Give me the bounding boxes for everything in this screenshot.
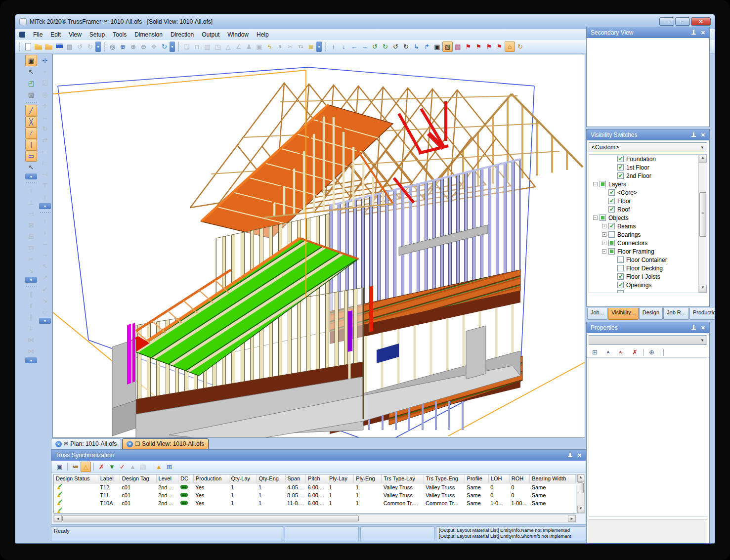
column-label[interactable]: Label — [98, 474, 120, 483]
open-file-icon[interactable] — [43, 42, 54, 52]
rotate-view-icon[interactable]: ↻ — [515, 42, 525, 52]
column-level[interactable]: Level — [156, 474, 178, 483]
toolbar-gripper[interactable] — [103, 42, 106, 52]
corner-view-alt-icon[interactable]: ↱ — [422, 42, 432, 52]
tree-item--core-[interactable]: <Core> — [589, 188, 707, 197]
view-tab-plan[interactable]: x✉Plan: 1010-All.ofs — [51, 438, 121, 449]
snapshot-icon[interactable]: ▣ — [432, 42, 442, 52]
tree-item-floor[interactable]: Floor — [589, 197, 707, 205]
new-file-icon[interactable] — [23, 42, 33, 52]
tree-expander[interactable]: + — [602, 224, 606, 228]
orbit-ccw-icon[interactable]: ↺ — [390, 42, 401, 52]
secondary-view-content[interactable] — [587, 38, 709, 127]
toolbar-gripper[interactable] — [324, 42, 327, 52]
tree-item-layers[interactable]: −Layers — [589, 180, 707, 188]
menu-help[interactable]: Help — [253, 30, 273, 39]
column-production[interactable]: Production — [193, 474, 229, 483]
tree-expander[interactable]: + — [602, 241, 606, 245]
rotate-grid-right-icon[interactable]: ↻ — [380, 42, 390, 52]
material-book-icon[interactable]: ▤ — [453, 42, 463, 52]
toolbar-overflow[interactable]: ▼ — [39, 318, 51, 324]
table-row[interactable]: ▲✓T11c012nd ...Yes118-05...6.00...11Vall… — [54, 491, 576, 499]
tree-checkbox[interactable] — [600, 215, 606, 221]
zoom-in-icon[interactable]: ⊕ — [128, 42, 138, 52]
flag-tool-2-icon[interactable]: ⚑ — [473, 42, 484, 52]
column-profile[interactable]: Profile — [465, 474, 488, 483]
menu-view[interactable]: View — [65, 30, 86, 39]
flag-tool-1-icon[interactable]: ⚑ — [463, 42, 473, 52]
sync-down-icon[interactable]: ▼ — [107, 462, 117, 472]
draw-node-rect-icon[interactable]: ▭ — [25, 150, 37, 162]
zoom-extents-icon[interactable]: ⊕ — [118, 42, 128, 52]
pin-icon[interactable] — [567, 452, 572, 458]
tree-checkbox[interactable] — [617, 282, 624, 288]
tree-expander[interactable]: − — [593, 182, 598, 186]
table-row[interactable]: ▲✓ — [54, 507, 576, 514]
tree-checkbox[interactable] — [608, 198, 615, 204]
tree-expander[interactable]: − — [602, 249, 606, 254]
column-span[interactable]: Span — [285, 474, 305, 483]
tree-checkbox[interactable] — [617, 172, 624, 179]
tree-scrollbar[interactable]: ▲ ▼ — [698, 155, 707, 293]
toolbar-overflow[interactable]: ▼ — [25, 277, 37, 283]
view-tab-solid[interactable]: x❐Solid View: 1010-All.ofs — [122, 438, 209, 449]
tree-item-floor-framing[interactable]: −Floor Framing — [589, 247, 707, 256]
copy-icon[interactable]: ▣ — [54, 462, 65, 472]
tree-checkbox[interactable] — [617, 265, 624, 271]
orbit-cw-icon[interactable]: ↻ — [401, 42, 411, 52]
properties-grid[interactable] — [589, 358, 707, 517]
menu-dimension[interactable]: Dimension — [130, 30, 167, 39]
pin-icon[interactable] — [691, 132, 696, 138]
toolbar-overflow[interactable]: ▼ — [170, 42, 175, 52]
close-panel-icon[interactable]: ✕ — [701, 325, 705, 331]
tree-checkbox[interactable] — [617, 164, 624, 171]
toolbar-overflow[interactable]: ▼ — [39, 203, 51, 209]
categorized-icon[interactable]: ⊞ — [590, 347, 600, 357]
tree-item-floor-i-joists[interactable]: Floor I-Joists — [589, 272, 707, 281]
tree-checkbox[interactable] — [617, 257, 624, 263]
tree-checkbox[interactable] — [600, 181, 606, 187]
open-image-icon[interactable] — [33, 42, 43, 52]
select-rect-icon[interactable]: ▣ — [25, 55, 37, 66]
pick-cursor-icon[interactable]: ↖ — [25, 162, 37, 173]
truss-flag-icon[interactable]: ▲ — [154, 462, 164, 472]
close-tab-icon[interactable]: x — [55, 441, 62, 447]
mitek-mii-icon[interactable]: MII — [70, 462, 81, 472]
close-panel-icon[interactable]: ✕ — [577, 452, 582, 459]
alphabetic-icon[interactable]: A — [603, 347, 613, 357]
scrap-design-icon[interactable]: ✗ — [96, 462, 107, 472]
draw-line-icon[interactable]: ╱ — [25, 105, 37, 116]
tree-checkbox[interactable] — [617, 273, 624, 280]
tree-item-objects[interactable]: −Objects — [589, 214, 707, 222]
menu-direction[interactable]: Direction — [167, 30, 198, 39]
truss-stack-icon[interactable]: ≣ — [306, 42, 316, 52]
dock-tab-jobr[interactable]: Job R... — [663, 308, 689, 320]
tree-checkbox[interactable] — [608, 189, 615, 196]
close-tab-icon[interactable]: x — [127, 441, 133, 447]
menu-window[interactable]: Window — [223, 30, 253, 39]
menu-output[interactable]: Output — [198, 30, 223, 39]
column-pitch[interactable]: Pitch — [306, 474, 327, 483]
column-qty-eng[interactable]: Qty-Eng — [257, 474, 285, 483]
visibility-tree[interactable]: Foundation1st Floor2nd Floor−Layers<Core… — [589, 154, 707, 293]
draw-node-line-icon[interactable]: ∕ — [25, 128, 37, 139]
view-down-icon[interactable]: ↓ — [339, 42, 349, 52]
pin-icon[interactable] — [691, 30, 696, 36]
print-icon[interactable]: ▤ — [64, 42, 75, 52]
close-panel-icon[interactable]: ✕ — [701, 132, 705, 138]
design-lightning-icon[interactable]: ϟ — [264, 42, 275, 52]
dock-tab-job[interactable]: Job... — [587, 308, 607, 320]
maximize-button[interactable]: ▫ — [675, 17, 690, 26]
close-button[interactable]: ✕ — [691, 17, 711, 26]
column-dc[interactable]: DC — [178, 474, 194, 483]
tree-checkbox[interactable] — [608, 248, 615, 255]
hatch-icon[interactable]: ▨ — [25, 89, 37, 100]
solid-view-icon[interactable]: ▧ — [442, 42, 453, 52]
tree-expander[interactable]: − — [593, 215, 598, 220]
column-qty-lay[interactable]: Qty-Lay — [229, 474, 257, 483]
save-icon[interactable] — [54, 42, 64, 52]
truss-table[interactable]: Design StatusLabelDesign TagLevelDCProdu… — [53, 474, 576, 514]
column-ply-eng[interactable]: Ply-Eng — [354, 474, 382, 483]
rotate-grid-left-icon[interactable]: ↺ — [370, 42, 380, 52]
column-loh[interactable]: LOH — [488, 474, 509, 483]
